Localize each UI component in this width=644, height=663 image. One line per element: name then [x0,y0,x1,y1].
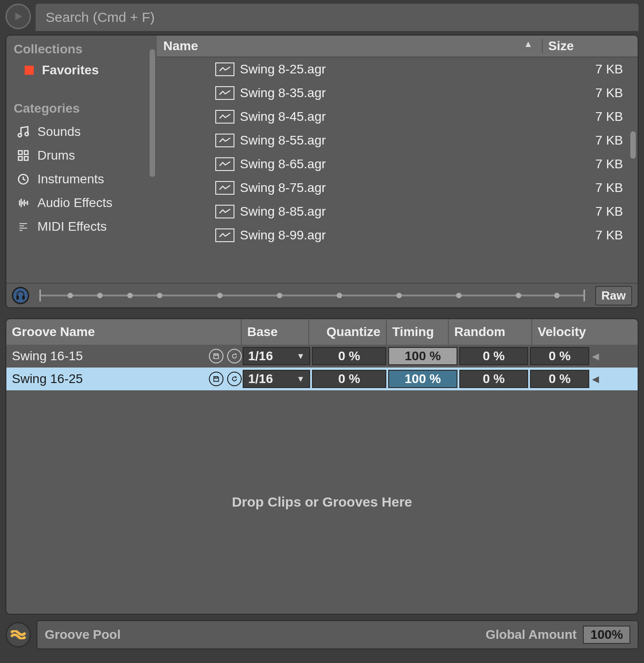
groove-file-icon [215,86,234,100]
groove-col-random[interactable]: Random [449,319,532,345]
groove-pool-toggle[interactable] [5,622,31,647]
groove-random-value[interactable]: 0 % [459,370,528,388]
file-row[interactable]: Swing 8-75.agr7 KB [157,176,638,200]
categories-header: Categories [14,99,157,119]
preview-play-button[interactable] [5,4,31,29]
file-name: Swing 8-55.agr [240,133,556,148]
file-size: 7 KB [556,181,638,195]
category-label: Drums [37,148,75,163]
svg-rect-5 [19,156,22,160]
svg-rect-9 [23,296,25,299]
svg-rect-4 [24,151,28,155]
collections-header: Collections [14,40,157,59]
file-size: 7 KB [556,228,638,243]
groove-velocity-value[interactable]: 0 % [530,347,589,365]
waveform-icon [16,195,31,211]
groove-pool-title: Groove Pool [45,627,120,642]
groove-timing-value[interactable]: 100 % [388,347,457,365]
groove-file-icon [215,181,234,195]
file-size: 7 KB [556,157,638,171]
file-name: Swing 8-25.agr [240,62,556,77]
file-size: 7 KB [556,109,638,124]
file-row[interactable]: Swing 8-99.agr7 KB [157,223,638,247]
groove-drop-zone[interactable]: Drop Clips or Grooves Here [6,390,638,614]
file-row[interactable]: Swing 8-55.agr7 KB [157,129,638,152]
category-audio-effects[interactable]: Audio Effects [14,192,157,213]
groove-velocity-value[interactable]: 0 % [530,370,589,388]
global-amount-label: Global Amount [486,627,577,642]
groove-row[interactable]: Swing 16-151/160 %100 %0 %0 %◀ [6,345,638,368]
refresh-groove-button[interactable] [227,349,242,363]
category-label: MIDI Effects [37,219,107,234]
groove-pool-panel: Groove Name Base Quantize Timing Random … [5,318,639,615]
global-amount-value[interactable]: 100% [583,626,630,644]
groove-col-base[interactable]: Base [242,319,309,345]
groove-col-quantize[interactable]: Quantize [309,319,387,345]
file-size: 7 KB [556,133,638,148]
sidebar-scrollbar[interactable] [150,49,155,177]
groove-col-velocity[interactable]: Velocity [532,319,602,345]
preview-bar: Raw [6,283,638,307]
groove-random-value[interactable]: 0 % [459,347,528,365]
category-instruments[interactable]: Instruments [14,169,157,190]
groove-col-timing[interactable]: Timing [387,319,449,345]
groove-base-select[interactable]: 1/16 [243,370,310,388]
file-name: Swing 8-99.agr [240,228,556,243]
file-row[interactable]: Swing 8-65.agr7 KB [157,152,638,176]
save-groove-button[interactable] [209,349,223,363]
clock-icon [16,171,31,187]
preview-headphones-button[interactable] [12,287,29,304]
column-size-header[interactable]: Size [542,39,624,53]
collection-favorites[interactable]: Favorites [14,59,157,81]
file-name: Swing 8-65.agr [240,157,556,171]
file-size: 7 KB [556,204,638,219]
row-expand-arrow[interactable]: ◀ [589,351,601,362]
svg-rect-8 [17,296,19,299]
svg-rect-3 [19,151,22,155]
groove-file-icon [215,62,234,76]
music-note-icon [16,124,31,140]
browser-panel: Collections Favorites Categories Sounds [5,35,639,308]
category-label: Sounds [37,124,81,139]
favorites-color-swatch [25,66,34,75]
groove-timing-value[interactable]: 100 % [388,370,457,388]
drum-pads-icon [16,148,31,163]
file-name: Swing 8-85.agr [240,204,556,219]
file-row[interactable]: Swing 8-25.agr7 KB [157,57,638,81]
file-row[interactable]: Swing 8-45.agr7 KB [157,105,638,129]
file-row[interactable]: Swing 8-35.agr7 KB [157,81,638,105]
groove-file-icon [215,110,234,124]
category-drums[interactable]: Drums [14,145,157,166]
groove-quantize-value[interactable]: 0 % [312,347,386,365]
groove-row[interactable]: Swing 16-251/160 %100 %0 %0 %◀ [6,368,638,390]
svg-point-1 [18,134,22,137]
groove-col-name[interactable]: Groove Name [6,319,242,345]
svg-point-2 [25,132,29,136]
file-name: Swing 8-75.agr [240,181,556,195]
raw-toggle[interactable]: Raw [595,286,632,306]
file-list: Name Size Swing 8-25.agr7 KBSwing 8-35.a… [157,36,638,283]
groove-pool-footer: Groove Pool Global Amount 100% [36,620,639,649]
refresh-groove-button[interactable] [227,372,242,386]
file-name: Swing 8-45.agr [240,109,556,124]
category-sounds[interactable]: Sounds [14,121,157,142]
groove-name: Swing 16-25 [12,372,205,386]
filelist-scrollbar[interactable] [630,131,636,159]
file-row[interactable]: Swing 8-85.agr7 KB [157,200,638,223]
svg-rect-6 [24,156,28,160]
search-input[interactable] [36,4,639,31]
save-groove-button[interactable] [209,372,223,386]
groove-name: Swing 16-15 [12,349,205,363]
browser-sidebar: Collections Favorites Categories Sounds [6,36,157,283]
groove-file-icon [215,228,234,242]
category-label: Instruments [37,172,104,186]
row-expand-arrow[interactable]: ◀ [589,373,601,384]
column-name-header[interactable]: Name [157,39,542,53]
groove-quantize-value[interactable]: 0 % [312,370,386,388]
file-size: 7 KB [556,86,638,100]
groove-base-select[interactable]: 1/16 [243,347,310,365]
category-midi-effects[interactable]: MIDI Effects [14,216,157,237]
preview-scrubber[interactable] [40,295,584,296]
favorites-label: Favorites [42,63,99,78]
groove-file-icon [215,205,234,218]
